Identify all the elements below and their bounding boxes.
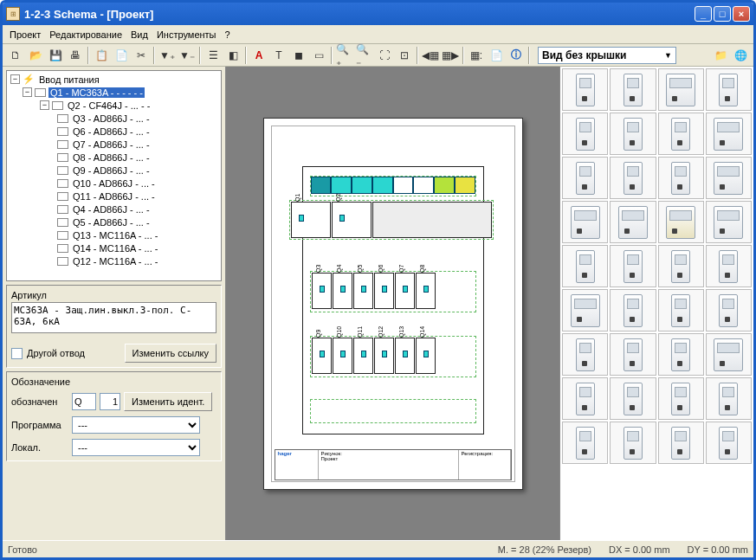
breaker-q2[interactable]: Q2 <box>332 202 372 238</box>
tree-node[interactable]: Q6 - AD866J - ... - <box>9 125 219 138</box>
breaker[interactable]: Q12 <box>374 338 394 374</box>
menu-view[interactable]: Вид <box>131 29 148 40</box>
tree-node-q2[interactable]: − Q2 - CF464J - ... - - <box>9 99 219 112</box>
titlebar[interactable]: ⊞ 1-2-3 Schema - [Проект] _ □ × <box>3 3 753 25</box>
zoom-fit-icon[interactable]: ⊡ <box>395 46 414 65</box>
folder-nav-icon[interactable]: 📁 <box>711 46 730 65</box>
open-icon[interactable]: 📂 <box>26 46 45 65</box>
doc-icon[interactable]: 📄 <box>487 46 506 65</box>
collapse-icon[interactable]: − <box>23 87 32 97</box>
breaker[interactable]: Q9 <box>312 338 332 374</box>
table-icon[interactable]: ▦: <box>467 46 486 65</box>
palette-item[interactable] <box>610 422 656 464</box>
collapse-icon[interactable]: − <box>40 100 49 110</box>
breaker[interactable]: Q5 <box>353 273 373 309</box>
palette-item[interactable] <box>610 289 656 331</box>
palette-item[interactable] <box>562 422 608 464</box>
designation-prefix-input[interactable] <box>72 393 96 410</box>
breaker[interactable]: Q6 <box>374 273 394 309</box>
tool1-icon[interactable]: ☰ <box>204 46 223 65</box>
palette-item[interactable] <box>706 422 752 464</box>
panel-enclosure[interactable]: Q1 Q2 Q3 Q4 Q5 Q6 Q7 Q8 <box>302 166 484 434</box>
palette-item[interactable] <box>658 377 704 420</box>
zoom-area-icon[interactable]: ⛶ <box>375 46 394 65</box>
tree-node-q1[interactable]: − Q1 - MC363A - - - - - - <box>9 86 219 99</box>
tree-node[interactable]: Q12 - MC116A - ... - <box>9 254 219 267</box>
palette-item[interactable] <box>658 201 704 243</box>
menu-tools[interactable]: Инструменты <box>157 29 216 40</box>
breaker[interactable]: Q11 <box>353 338 373 374</box>
tree-node[interactable]: Q4 - AD866J - ... - <box>9 203 219 216</box>
change-ident-button[interactable]: Изменить идент. <box>124 392 212 411</box>
palette-item[interactable] <box>706 289 752 331</box>
text-color-icon[interactable]: A <box>249 46 268 65</box>
palette-item[interactable] <box>706 113 752 155</box>
component-palette[interactable] <box>559 67 753 540</box>
palette-item[interactable] <box>562 245 608 287</box>
terminal-strip[interactable] <box>311 177 475 194</box>
palette-item[interactable] <box>562 333 608 376</box>
breaker[interactable]: Q13 <box>395 338 415 374</box>
palette-item[interactable] <box>610 245 656 287</box>
tree-node[interactable]: Q5 - AD866J - ... - <box>9 216 219 229</box>
tree-node[interactable]: Q8 - AD866J - ... - <box>9 151 219 164</box>
breaker[interactable]: Q7 <box>395 273 415 309</box>
palette-item[interactable] <box>562 289 608 331</box>
palette-item[interactable] <box>610 333 656 376</box>
tree-node[interactable]: Q3 - AD866J - ... - <box>9 112 219 125</box>
drawing-canvas[interactable]: Q1 Q2 Q3 Q4 Q5 Q6 Q7 Q8 <box>226 67 559 540</box>
new-icon[interactable]: 🗋 <box>6 46 25 65</box>
breaker[interactable]: Q8 <box>416 273 436 309</box>
next-doc-icon[interactable]: ▦▶ <box>441 46 460 65</box>
print-icon[interactable]: 🖶 <box>66 46 85 65</box>
breaker-q1[interactable]: Q1 <box>291 202 331 238</box>
zoom-out-icon[interactable]: 🔍₋ <box>355 46 374 65</box>
info-icon[interactable]: ⓘ <box>507 46 526 65</box>
menu-help[interactable]: ? <box>225 29 230 40</box>
spare-rail[interactable] <box>310 399 476 423</box>
filter-remove-icon[interactable]: ▼₋ <box>178 46 197 65</box>
palette-item[interactable] <box>610 68 656 111</box>
designation-number-input[interactable] <box>100 393 120 410</box>
tree-node[interactable]: Q14 - MC116A - ... - <box>9 241 219 254</box>
palette-item[interactable] <box>706 68 752 111</box>
article-input[interactable] <box>11 302 216 333</box>
rect-outline-icon[interactable]: ▭ <box>309 46 328 65</box>
tool2-icon[interactable]: ◧ <box>223 46 242 65</box>
collapse-icon[interactable]: − <box>10 74 20 84</box>
drawing-page[interactable]: Q1 Q2 Q3 Q4 Q5 Q6 Q7 Q8 <box>263 118 523 490</box>
palette-item[interactable] <box>658 113 704 155</box>
palette-item[interactable] <box>658 157 704 199</box>
palette-item[interactable] <box>562 68 608 111</box>
palette-item[interactable] <box>706 377 752 420</box>
palette-item[interactable] <box>658 333 704 376</box>
palette-item[interactable] <box>562 201 608 243</box>
minimize-button[interactable]: _ <box>695 6 712 22</box>
save-icon[interactable]: 💾 <box>46 46 65 65</box>
palette-item[interactable] <box>706 333 752 376</box>
palette-item[interactable] <box>610 201 656 243</box>
palette-item[interactable] <box>658 68 704 111</box>
paste-icon[interactable]: 📄 <box>112 46 131 65</box>
tree-node[interactable]: Q13 - MC116A - ... - <box>9 229 219 241</box>
cut-icon[interactable]: ✂ <box>132 46 151 65</box>
menu-project[interactable]: Проект <box>10 29 41 40</box>
palette-item[interactable] <box>610 157 656 199</box>
palette-item[interactable] <box>562 157 608 199</box>
palette-item[interactable] <box>658 422 704 464</box>
close-button[interactable]: × <box>733 6 750 22</box>
tree-node[interactable]: Q11 - AD866J - ... - <box>9 190 219 203</box>
tree-node[interactable]: Q10 - AD866J - ... - <box>9 177 219 190</box>
filter-add-icon[interactable]: ▼₊ <box>158 46 177 65</box>
breaker[interactable]: Q14 <box>416 338 436 374</box>
program-select[interactable]: --- <box>72 416 200 434</box>
tree-node[interactable]: Q7 - AD866J - ... - <box>9 138 219 151</box>
maximize-button[interactable]: □ <box>714 6 731 22</box>
view-selector[interactable]: Вид без крышки ▼ <box>538 47 676 64</box>
text-tool-icon[interactable]: T <box>269 46 288 65</box>
globe-icon[interactable]: 🌐 <box>731 46 750 65</box>
rect-fill-icon[interactable]: ◼ <box>289 46 308 65</box>
palette-item[interactable] <box>562 377 608 420</box>
palette-item[interactable] <box>610 113 656 155</box>
local-select[interactable]: --- <box>72 439 200 456</box>
